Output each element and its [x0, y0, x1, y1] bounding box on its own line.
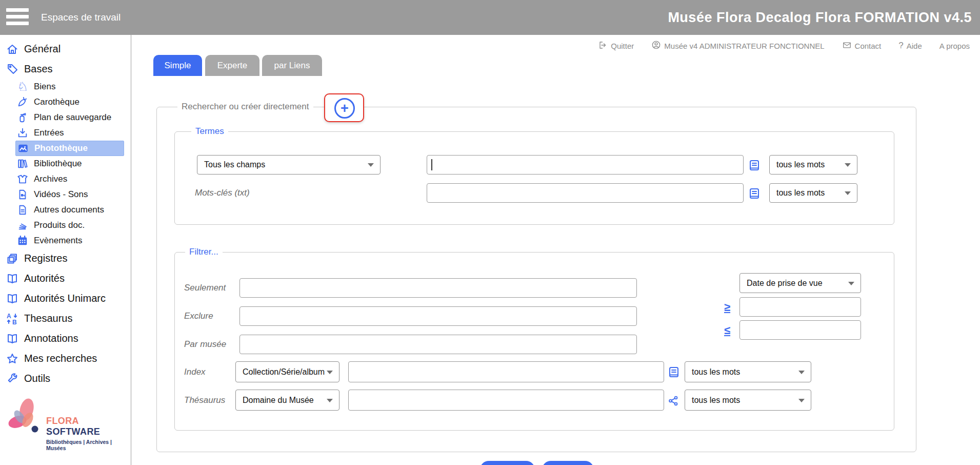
chevron-down-icon [798, 371, 805, 374]
sidebar-item-label: Bases [24, 63, 53, 75]
keywords-input[interactable] [427, 183, 744, 203]
svg-text:A: A [7, 313, 11, 320]
match-mode-select[interactable]: tous les mots [769, 155, 857, 175]
thesaurus-browse-button[interactable] [668, 394, 681, 408]
quit-link[interactable]: Quitter [598, 41, 634, 51]
fire-extinguisher-icon [16, 112, 29, 123]
sidebar-item-label: Autres documents [34, 205, 104, 215]
open-book-icon [5, 333, 19, 345]
add-record-button[interactable]: + [334, 98, 355, 119]
tab-simple[interactable]: Simple [153, 55, 202, 76]
contact-link[interactable]: Contact [842, 41, 882, 51]
thesaurus-select[interactable]: Domaine du Musée [235, 390, 339, 411]
sidebar-item-annotations[interactable]: Annotations [0, 328, 131, 348]
logout-icon [598, 41, 608, 51]
date-to-input[interactable] [739, 320, 861, 340]
sidebar-item-evenements[interactable]: Evènements [15, 233, 124, 248]
date-field-select[interactable]: Date de prise de vue [739, 273, 861, 293]
sidebar-item-videos-sons[interactable]: Vidéos - Sons [15, 187, 124, 202]
thesaurus-input[interactable] [348, 390, 664, 411]
search-panel: Rechercher ou créer directement + Termes… [156, 107, 916, 452]
keywords-match-select[interactable]: tous les mots [769, 183, 857, 203]
date-from-input[interactable] [739, 297, 861, 317]
quit-label: Quitter [611, 42, 634, 50]
filtrer-section: Filtrer... Seulement Exclure Par musée I… [174, 252, 894, 431]
hamburger-menu-icon[interactable] [6, 8, 29, 27]
less-equal-icon: ≤ [724, 324, 730, 337]
document-icon [16, 204, 29, 216]
workspace-label[interactable]: Espaces de travail [41, 0, 121, 35]
field-select[interactable]: Tous les champs [197, 155, 381, 175]
star-icon [5, 353, 19, 365]
sidebar-item-plan-de-sauvegarde[interactable]: Plan de sauvegarde [15, 110, 124, 125]
tab-experte[interactable]: Experte [205, 55, 259, 76]
contact-label: Contact [855, 42, 882, 50]
term-input[interactable] [427, 155, 744, 175]
secondary-action-button[interactable] [542, 461, 594, 465]
index-list-button[interactable] [668, 365, 681, 379]
match-mode-value: tous les mots [776, 160, 825, 169]
index-match-select[interactable]: tous les mots [685, 361, 811, 382]
sidebar-item-label: Bibliothèque [34, 159, 82, 169]
index-lookup-button[interactable] [748, 158, 762, 172]
search-action-button[interactable] [480, 461, 535, 465]
tab-par-liens[interactable]: par Liens [262, 55, 322, 76]
sidebar-item-carotheque[interactable]: Carothèque [15, 94, 124, 110]
date-field-value: Date de prise de vue [747, 279, 823, 288]
video-file-icon [16, 189, 29, 200]
add-record-highlight: + [324, 93, 364, 122]
sidebar-item-autres-documents[interactable]: Autres documents [15, 202, 124, 218]
plus-icon: + [341, 102, 349, 115]
open-book-icon [5, 293, 19, 305]
museum-input[interactable] [239, 335, 637, 354]
sidebar-item-label: Entrées [34, 128, 64, 138]
field-select-value: Tous les champs [204, 160, 265, 169]
only-label: Seulement [184, 278, 226, 298]
thesaurus-match-select[interactable]: tous les mots [685, 390, 811, 411]
book-icon [668, 365, 680, 379]
keywords-lookup-button[interactable] [748, 186, 762, 201]
sidebar-item-thesaurus[interactable]: AB Thesaurus [0, 308, 131, 328]
museum-label: Par musée [184, 335, 226, 354]
keywords-label: Mots-clés (txt) [195, 183, 250, 203]
logo-flora-text: FLORA [46, 416, 78, 426]
sidebar-item-produits-doc[interactable]: Produits doc. [15, 218, 124, 233]
sidebar-item-label: Produits doc. [34, 220, 85, 230]
help-label: Aide [907, 42, 922, 50]
sidebar-item-label: Photothèque [34, 143, 88, 153]
sidebar-item-label: Thesaurus [24, 313, 73, 324]
sidebar-item-label: Mes recherches [24, 353, 97, 364]
book-icon [748, 159, 761, 172]
sidebar-item-label: Archives [34, 174, 67, 184]
only-input[interactable] [239, 278, 637, 298]
exclude-input[interactable] [239, 306, 637, 326]
index-match-value: tous les mots [692, 367, 740, 377]
user-menu[interactable]: Musée v4 ADMINISTRATEUR FONCTIONNEL [651, 40, 824, 51]
about-link[interactable]: A propos [939, 42, 970, 50]
share-icon [668, 395, 679, 407]
index-label: Index [184, 361, 206, 382]
app-window: Espaces de travail Musée Flora Decalog F… [0, 0, 980, 465]
about-label: A propos [939, 42, 970, 50]
thesaurus-match-value: tous les mots [692, 396, 740, 405]
index-select[interactable]: Collection/Série/album [235, 361, 339, 382]
sidebar-item-bases[interactable]: Bases [0, 59, 131, 79]
sidebar-item-archives[interactable]: Archives [15, 171, 124, 187]
top-bar: Espaces de travail Musée Flora Decalog F… [0, 0, 980, 35]
sidebar-item-phototheque[interactable]: Photothèque [15, 141, 124, 156]
index-input[interactable] [348, 361, 664, 382]
sidebar-item-biens[interactable]: ♘ Biens [15, 79, 124, 94]
sidebar-item-general[interactable]: Général [0, 39, 131, 59]
sidebar-item-autorites-unimarc[interactable]: Autorités Unimarc [0, 288, 131, 308]
help-link[interactable]: ? Aide [898, 41, 922, 51]
sidebar-item-bibliotheque[interactable]: Bibliothèque [15, 156, 124, 171]
sidebar-item-registres[interactable]: Registres [0, 248, 131, 268]
sidebar-item-autorites[interactable]: Autorités [0, 268, 131, 288]
logo-tagline: Bibliothèques | Archives | Musées [46, 439, 128, 451]
sidebar-item-entrees[interactable]: Entrées [15, 125, 124, 141]
sidebar-item-outils[interactable]: Outils [0, 369, 131, 389]
open-book-icon [5, 273, 19, 285]
chevron-down-icon [848, 282, 854, 285]
sidebar-item-mes-recherches[interactable]: Mes recherches [0, 348, 131, 369]
flora-logo: FLORA SOFTWARE Bibliothèques | Archives … [5, 397, 128, 454]
